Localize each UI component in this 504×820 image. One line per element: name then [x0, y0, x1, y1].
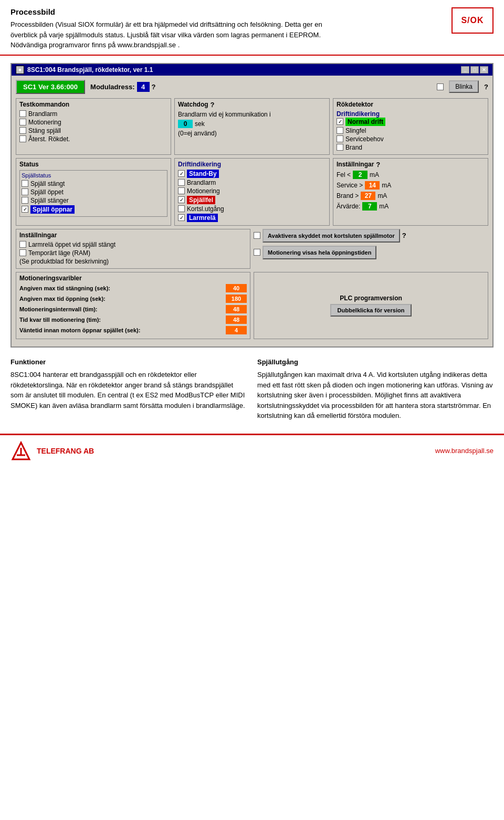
funktioner-text: 8SC1:004 hanterar ett brandgasspjäll och…: [10, 370, 247, 411]
sim-body: SC1 Ver 3.66:000 Moduladress: 4 ? Blinka…: [12, 76, 492, 346]
service-row: Service > 14 mA: [337, 181, 485, 190]
tc-aterstall-label: Återst. Rökdet.: [28, 135, 70, 143]
module-addr: Moduladress: 4 ?: [90, 82, 155, 92]
funktioner-title: Funktioner: [10, 357, 247, 367]
tc-stang-cb[interactable]: [19, 127, 26, 134]
header-text: Processbild Processbilden (Visual SIOX f…: [10, 7, 452, 50]
arvarde-value: 7: [362, 202, 377, 211]
rd-servicebehov-row: Servicebehov: [337, 135, 485, 143]
sim-topbar: SC1 Ver 3.66:000 Moduladress: 4 ? Blinka…: [16, 80, 488, 94]
instningar-section: Inställningar ? Fel < 2 mA Service > 14 …: [333, 158, 488, 226]
blink-help[interactable]: ?: [484, 83, 488, 91]
watchdog-unit: sek: [195, 120, 205, 128]
di-larmrela-cb[interactable]: [178, 214, 185, 221]
tc-motionering-cb[interactable]: [19, 119, 26, 125]
instnings2-section: Inställningar Larmrelä öppet vid spjäll …: [16, 229, 250, 269]
motion-kvar-row: Tid kvar till motionering (tim): 48: [19, 316, 247, 324]
fel-unit: mA: [370, 171, 379, 178]
ss-oppnar-cb[interactable]: [22, 206, 28, 213]
avakt2-cb[interactable]: [254, 249, 260, 256]
ins-produktblad-label: (Se produktblad för beskrivning): [19, 258, 109, 265]
di-motionering-cb[interactable]: [178, 187, 185, 194]
testkommandon-title: Testkommandon: [19, 101, 167, 108]
ss-stanger-cb[interactable]: [22, 197, 28, 204]
watchdog-value[interactable]: 0: [178, 120, 193, 128]
di-standby-label: Stand-By: [187, 170, 219, 178]
di-standby-cb[interactable]: [178, 170, 185, 177]
di-spjallfel-cb[interactable]: [178, 196, 185, 203]
rd-slingfel-cb[interactable]: [337, 127, 343, 134]
avakt1-button[interactable]: Avaktivera skyddet mot kortsluten spjäll…: [262, 229, 400, 243]
minimize-button[interactable]: _: [461, 66, 469, 73]
main-content: ■ 8SC1:004 Brandspjäll, rökdetektor, ver…: [0, 56, 504, 428]
tc-aterstall-cb[interactable]: [19, 135, 26, 142]
close-button[interactable]: ✕: [480, 66, 488, 73]
module-addr-value: 4: [137, 82, 150, 92]
instnings2-title: Inställningar: [19, 232, 247, 239]
rd-brand-row: Brand: [337, 144, 485, 151]
ss-oppet-cb[interactable]: [22, 188, 28, 195]
blink-button[interactable]: Blinka: [449, 80, 479, 93]
avakt2-button[interactable]: Motionering visas hela öppningstiden: [262, 246, 376, 259]
sim-titlebar-buttons[interactable]: _ □ ✕: [461, 66, 488, 73]
arvarde-label: Ärvärde:: [337, 203, 360, 210]
rd-servicebehov-label: Servicebehov: [345, 135, 384, 143]
rokdetektor-driftind-label: Driftindikering: [337, 110, 485, 118]
header-desc3: Nödvändiga programvaror finns på www.bra…: [10, 40, 452, 50]
spjallstatus-subsection: Spjällstatus Spjäll stängt Spjäll öppet …: [19, 170, 167, 217]
page-title: Processbild: [10, 7, 452, 16]
fel-row: Fel < 2 mA: [337, 171, 485, 179]
di-spjallfel-row: Spjällfel: [178, 196, 326, 204]
module-addr-label: Moduladress:: [90, 83, 135, 91]
rd-brand-cb[interactable]: [337, 144, 343, 151]
rd-normaldrift-cb[interactable]: [337, 118, 343, 125]
brand-label: Brand >: [337, 192, 359, 199]
motion-interval-label: Motioneringsinternvall (tim):: [19, 306, 98, 312]
ins-produktblad-row: (Se produktblad för beskrivning): [19, 258, 247, 265]
module-addr-help[interactable]: ?: [152, 83, 156, 91]
di-kortslut-row: Kortsl.utgång: [178, 205, 326, 213]
page-footer: TELEFRANG AB www.brandspjall.se: [0, 434, 504, 467]
tc-aterstall-row: Återst. Rökdet.: [19, 135, 167, 143]
version-button[interactable]: SC1 Ver 3.66:000: [16, 80, 85, 94]
motion-stang-value: 40: [226, 284, 247, 292]
brand-row: Brand > 27 mA: [337, 192, 485, 200]
di-larmrela-label: Larmrelä: [187, 214, 218, 222]
ss-oppet-row: Spjäll öppet: [22, 188, 165, 196]
sim-titlebar: ■ 8SC1:004 Brandspjäll, rökdetektor, ver…: [12, 64, 492, 76]
ss-stangt-label: Spjäll stängt: [30, 180, 65, 187]
sim-top-grid: Testkommandon Brandlarm Motionering Stän…: [16, 98, 488, 155]
ss-oppet-label: Spjäll öppet: [30, 188, 64, 196]
plc-label: PLC programversion: [340, 295, 402, 302]
tc-motionering-row: Motionering: [19, 119, 167, 126]
ss-stangt-cb[interactable]: [22, 180, 28, 187]
logo: S/OK: [452, 7, 494, 34]
motion-opp-row: Angiven max tid öppning (sek): 180: [19, 295, 247, 303]
tc-brandlarm-cb[interactable]: [19, 110, 26, 117]
motion-vantetid-row: Väntetid innan motorn öppnar spjället (s…: [19, 326, 247, 334]
avakt2-row: Motionering visas hela öppningstiden: [254, 246, 488, 259]
sim-motion-row: Motioneringsvaribler Angiven max tid stä…: [16, 272, 488, 339]
di-kortslut-cb[interactable]: [178, 205, 185, 212]
instningar-help[interactable]: ?: [376, 161, 380, 169]
ins-temporart-cb[interactable]: [19, 249, 26, 256]
maximize-button[interactable]: □: [470, 66, 479, 73]
di-brandlarm-cb[interactable]: [178, 179, 185, 186]
sim-bottom-row: Inställningar Larmrelä öppet vid spjäll …: [16, 229, 488, 269]
footer-url: www.brandspjall.se: [435, 447, 494, 455]
spjallutgang-text: Spjällutgången kan maximalt driva 4 A. V…: [257, 370, 494, 421]
arvarde-unit: mA: [379, 203, 388, 210]
header-desc2: överblick på varje spjällmoduls status. …: [10, 30, 452, 40]
tc-brandlarm-row: Brandlarm: [19, 110, 167, 118]
plc-button[interactable]: Dubbelklicka för version: [330, 304, 412, 317]
rd-servicebehov-cb[interactable]: [337, 135, 343, 142]
blink-checkbox[interactable]: [437, 83, 444, 90]
brand-unit: mA: [377, 192, 387, 199]
avakt1-cb[interactable]: [254, 232, 260, 239]
watchdog-help[interactable]: ?: [211, 101, 215, 109]
tc-stang-label: Stäng spjäll: [28, 127, 61, 134]
ins-larmrela-cb[interactable]: [19, 241, 26, 248]
tc-motionering-label: Motionering: [28, 119, 61, 126]
avakt1-help[interactable]: ?: [402, 232, 406, 239]
driftind2-title: Driftindikering: [178, 161, 326, 168]
